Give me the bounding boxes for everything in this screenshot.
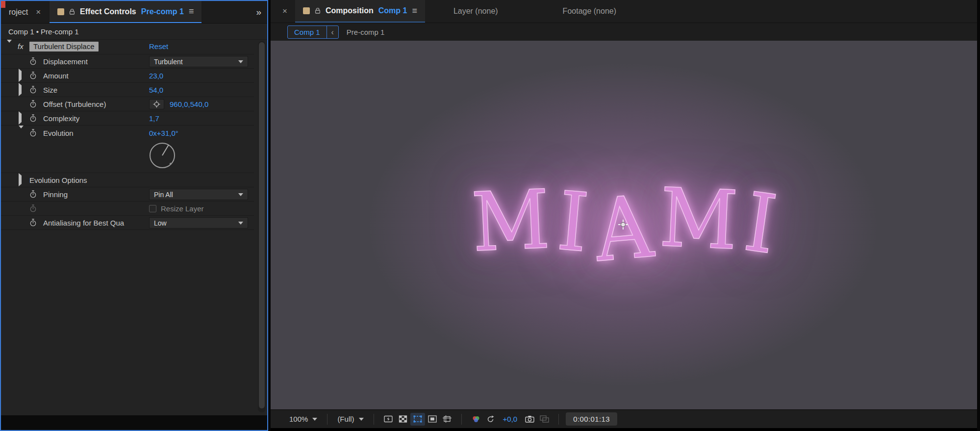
property-label: Evolution: [43, 128, 74, 137]
scrollbar-track[interactable]: [258, 41, 266, 412]
anchor-point-icon[interactable]: [618, 219, 628, 230]
twirl-icon[interactable]: [19, 176, 22, 184]
viewer-toolbar: 100% (Full): [271, 409, 977, 428]
close-panel-icon[interactable]: ×: [36, 7, 41, 17]
property-label: Amount: [43, 72, 69, 80]
snapshot-camera-icon[interactable]: [522, 413, 537, 426]
stopwatch-icon[interactable]: [29, 100, 37, 108]
effect-name[interactable]: Turbulent Displace: [29, 42, 99, 51]
tab-composition[interactable]: Composition Comp 1 ≡: [295, 0, 425, 23]
panel-bottom-gutter: [1, 415, 267, 430]
amount-value[interactable]: 23,0: [149, 72, 163, 80]
exposure-value[interactable]: +0,0: [503, 415, 518, 423]
crosshair-icon: [152, 101, 161, 108]
region-of-interest-icon[interactable]: [425, 413, 440, 426]
grid-and-guides-icon[interactable]: [440, 413, 454, 426]
transparency-grid-icon[interactable]: [396, 413, 410, 426]
tab-effect-controls[interactable]: Effect Controls Pre-comp 1 ≡: [50, 1, 201, 23]
effect-header-row: fx Turbulent Displace Reset: [1, 40, 254, 54]
stopwatch-icon[interactable]: [29, 57, 37, 66]
lock-icon: [315, 7, 321, 14]
property-row-size: Size 54,0: [1, 83, 254, 97]
tab-layer[interactable]: Layer (none): [453, 7, 498, 16]
scrollbar-thumb[interactable]: [259, 42, 265, 408]
effect-twirl-icon[interactable]: [7, 43, 12, 51]
twirl-icon[interactable]: [19, 114, 22, 123]
composition-viewer[interactable]: M I A M I: [271, 41, 977, 409]
breadcrumb[interactable]: Comp 1 • Pre-comp 1: [1, 24, 267, 40]
chevron-down-icon: [312, 418, 317, 421]
title-letter: M: [470, 179, 552, 264]
project-panel-tab[interactable]: roject: [9, 8, 28, 17]
group-row-evolution-options: Evolution Options: [1, 173, 254, 187]
twirl-icon[interactable]: [19, 85, 22, 94]
viewer-tabs: Comp 1 ‹ Pre-comp 1: [271, 23, 977, 41]
complexity-value[interactable]: 1,7: [149, 114, 159, 123]
close-panel-icon[interactable]: ×: [282, 6, 287, 16]
viewer-tab-comp1[interactable]: Comp 1 ‹: [287, 25, 339, 39]
tab-footage[interactable]: Footage (none): [563, 7, 616, 16]
show-snapshot-icon[interactable]: [537, 413, 552, 426]
property-row-evolution: Evolution 0x+31,0°: [1, 126, 254, 140]
effect-controls-panel: roject × Effect Controls Pre-comp 1 ≡ » …: [0, 0, 268, 431]
mask-path-visibility-icon[interactable]: [410, 413, 425, 426]
reset-exposure-icon[interactable]: [483, 413, 498, 426]
back-chevron-icon[interactable]: ‹: [327, 26, 338, 38]
stopwatch-icon[interactable]: [29, 114, 37, 123]
dropdown-value: Turbulent: [154, 58, 183, 66]
property-label: Pinning: [43, 190, 68, 199]
chevron-down-icon: [238, 193, 243, 196]
chevron-down-icon: [238, 60, 243, 63]
resolution-dropdown[interactable]: (Full): [334, 415, 366, 423]
pinning-dropdown[interactable]: Pin All: [149, 189, 248, 200]
stopwatch-icon[interactable]: [29, 219, 37, 227]
show-channel-icon[interactable]: [469, 413, 483, 426]
evolution-value[interactable]: 0x+31,0°: [149, 128, 178, 137]
timecode-display[interactable]: 0:00:01:13: [566, 412, 617, 426]
composition-tab-target: Comp 1: [378, 6, 407, 15]
effect-controls-tab-title: Effect Controls: [80, 7, 136, 16]
property-label: Complexity: [43, 114, 79, 123]
panel-menu-icon[interactable]: ≡: [189, 6, 194, 17]
stopwatch-icon[interactable]: [29, 190, 37, 199]
chevron-down-icon: [359, 418, 364, 421]
property-row-complexity: Complexity 1,7: [1, 111, 254, 126]
title-letter: I: [740, 181, 781, 266]
resolution-value: (Full): [337, 415, 354, 423]
property-row-antialiasing: Antialiasing for Best Qua Low: [1, 216, 254, 230]
panel-menu-icon[interactable]: ≡: [412, 6, 417, 16]
composition-panel: × Composition Comp 1 ≡ Layer (none) Foot…: [271, 0, 977, 431]
group-label: Evolution Options: [29, 176, 87, 184]
stopwatch-icon: [29, 204, 37, 213]
offset-value[interactable]: 960,0,540,0: [170, 100, 208, 108]
fx-badge-icon[interactable]: fx: [18, 42, 24, 51]
offset-crosshair-button[interactable]: [149, 99, 164, 109]
fast-previews-icon[interactable]: [381, 413, 396, 426]
dropdown-value: Pin All: [154, 191, 173, 199]
viewer-tab-precomp1[interactable]: Pre-comp 1: [347, 28, 385, 36]
displacement-dropdown[interactable]: Turbulent: [149, 56, 248, 67]
panel-chip-icon: [303, 7, 310, 14]
dropdown-value: Low: [154, 219, 167, 227]
chevron-down-icon: [238, 222, 243, 225]
twirl-icon[interactable]: [19, 71, 22, 80]
composition-tab-title: Composition: [326, 6, 374, 15]
magnification-dropdown[interactable]: 100%: [286, 415, 320, 423]
title-letter: I: [554, 181, 591, 264]
evolution-dial-row: [1, 140, 254, 173]
stopwatch-icon[interactable]: [29, 86, 37, 94]
stopwatch-icon[interactable]: [29, 72, 37, 80]
twirl-icon[interactable]: [19, 128, 24, 137]
antialiasing-dropdown[interactable]: Low: [149, 217, 248, 228]
resize-layer-checkbox[interactable]: [149, 205, 156, 212]
reset-link[interactable]: Reset: [149, 42, 168, 51]
toolbar-divider: [461, 414, 462, 425]
stopwatch-icon[interactable]: [29, 128, 37, 137]
size-value[interactable]: 54,0: [149, 86, 163, 94]
property-row-resize-layer: Resize Layer: [1, 202, 254, 216]
property-row-offset: Offset (Turbulence) 960,0,540,0: [1, 97, 254, 111]
evolution-dial[interactable]: [148, 141, 176, 170]
toolbar-divider: [558, 414, 559, 425]
property-row-pinning: Pinning Pin All: [1, 187, 254, 202]
tab-overflow-icon[interactable]: »: [256, 7, 261, 18]
